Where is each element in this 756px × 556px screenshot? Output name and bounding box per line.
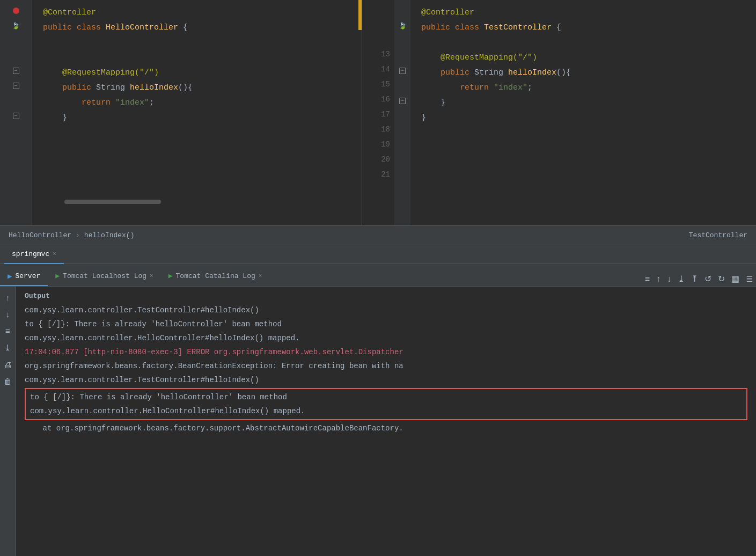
tab-springmvc[interactable]: springmvc ×: [4, 245, 64, 264]
left-code-block: @Controller public class HelloController…: [39, 3, 362, 143]
log-line-footer: at org.springframework.beans.factory.sup…: [16, 421, 756, 435]
right-code-block: @Controller public class TestController …: [410, 0, 756, 225]
left-code: @Controller public class HelloController…: [32, 0, 362, 225]
breadcrumb-left-class: HelloController: [9, 231, 71, 239]
r-code-line: public String helloIndex(){: [417, 65, 756, 81]
toolbar-lines-btn[interactable]: ≣: [743, 272, 756, 286]
tab-tomcat-localhost[interactable]: ▶ Tomcat Localhost Log ×: [48, 267, 160, 286]
gutter-row-3: [0, 33, 32, 48]
editor-area: 🍃 − − − @Controller public class HelloCo…: [0, 0, 756, 225]
log-line-4: 17:04:06.877 [http-nio-8080-exec-3] ERRO…: [16, 345, 756, 359]
sidebar-menu-btn[interactable]: ≡: [3, 324, 12, 338]
toolbar-scroll-up-btn[interactable]: ⤒: [688, 272, 701, 286]
tab-tomcat-catalina-label: Tomcat Catalina Log: [176, 272, 255, 280]
r-code-line: }: [417, 96, 756, 111]
log-highlight-box: to { [/]}: There is already 'helloContro…: [25, 388, 747, 420]
fold-icon-2[interactable]: −: [13, 83, 19, 89]
editor-pane-right: 🍃 − − @Controller public class TestContr…: [394, 0, 756, 225]
gutter-row-2: 🍃: [0, 18, 32, 33]
log-line-5: org.springframework.beans.factory.BeanCr…: [16, 359, 756, 373]
sidebar-download-btn[interactable]: ⤓: [2, 341, 13, 355]
fold-icon-3[interactable]: −: [13, 113, 19, 119]
gutter-row-8: −: [0, 108, 32, 123]
log-line-6: com.ysy.learn.controller.TestController#…: [16, 373, 756, 387]
code-line: public String helloIndex(){: [39, 81, 362, 96]
run-toolbar: springmvc ×: [0, 245, 756, 264]
tomcat-catalina-icon: ▶: [168, 272, 173, 280]
code-line: public class HelloController {: [39, 20, 362, 35]
fold-icon-r1[interactable]: −: [399, 68, 406, 74]
tab-tomcat-catalina[interactable]: ▶ Tomcat Catalina Log ×: [161, 267, 270, 286]
tab-springmvc-close[interactable]: ×: [53, 251, 56, 257]
gutter-row-5: −: [0, 63, 32, 78]
r-code-line: @Controller: [417, 5, 756, 20]
editor-pane-left: 🍃 − − − @Controller public class HelloCo…: [0, 0, 362, 225]
toolbar-scroll-down-btn[interactable]: ⤓: [674, 272, 688, 286]
breakpoint-dot: [13, 8, 19, 14]
sidebar-print-btn[interactable]: 🖨: [2, 358, 14, 371]
server-icon: ▶: [8, 272, 12, 281]
tab-server[interactable]: ▶ Server: [0, 267, 48, 286]
log-line-1: com.ysy.learn.controller.TestController#…: [16, 303, 756, 317]
right-line-numbers: 13 14 15 16 17 18 19 20 21: [381, 47, 390, 182]
output-content: Output com.ysy.learn.controller.TestCont…: [16, 287, 756, 556]
toolbar-menu-btn[interactable]: ≡: [642, 272, 653, 286]
sidebar-down-btn[interactable]: ↓: [4, 308, 12, 321]
code-line: return "index";: [39, 96, 362, 111]
left-gutter: 🍃 − − −: [0, 0, 32, 225]
sidebar-trash-btn[interactable]: 🗑: [2, 375, 14, 388]
r-code-line: [417, 35, 756, 50]
sidebar-up-btn[interactable]: ↑: [4, 291, 12, 304]
code-line: }: [39, 111, 362, 126]
toolbar-down-btn[interactable]: ↓: [664, 272, 674, 286]
r-code-line: @RequestMapping("/"): [417, 50, 756, 65]
r-code-line: return "index";: [417, 81, 756, 96]
tomcat-localhost-icon: ▶: [55, 272, 60, 280]
fold-icon-r2[interactable]: −: [399, 98, 406, 104]
code-line: [39, 50, 362, 65]
code-line: @Controller: [39, 5, 362, 20]
gutter-r2: 🍃: [394, 18, 410, 33]
server-tabs-bar: ▶ Server ▶ Tomcat Localhost Log × ▶ Tomc…: [0, 264, 756, 287]
output-area: ↑ ↓ ≡ ⤓ 🖨 🗑 Output com.ysy.learn.control…: [0, 287, 756, 556]
r-code-line: }: [417, 111, 756, 126]
r-code-line: [417, 126, 756, 141]
log-line-3: com.ysy.learn.controller.HelloController…: [16, 331, 756, 345]
leaf-icon: 🍃: [12, 22, 20, 30]
output-label: Output: [16, 289, 756, 303]
gutter-r3: [394, 33, 410, 48]
breadcrumb-right-class: TestController: [689, 231, 747, 239]
breadcrumb-sep-1: ›: [76, 231, 80, 239]
code-line: @RequestMapping("/"): [39, 65, 362, 81]
gutter-row-6: −: [0, 78, 32, 93]
right-gutter: 🍃 − −: [394, 0, 410, 225]
diff-gutter: [358, 0, 362, 225]
fold-icon[interactable]: −: [13, 68, 19, 74]
gutter-row-7: [0, 93, 32, 108]
horizontal-scrollbar[interactable]: [64, 200, 161, 204]
r-code-line: public class TestController {: [417, 20, 756, 35]
toolbar-grid-btn[interactable]: ▦: [728, 272, 743, 286]
gutter-r5: −: [394, 63, 410, 78]
log-line-2: to { [/]}: There is already 'helloContro…: [16, 317, 756, 331]
tab-tomcat-localhost-label: Tomcat Localhost Log: [63, 272, 146, 280]
toolbar-forward-btn[interactable]: ↻: [715, 272, 728, 286]
tab-tomcat-catalina-close[interactable]: ×: [259, 273, 262, 279]
right-code: @Controller public class TestController …: [417, 3, 756, 143]
code-line: [39, 126, 362, 141]
leaf-icon-right: 🍃: [399, 22, 407, 30]
gutter-r4: [394, 48, 410, 63]
tab-tomcat-localhost-close[interactable]: ×: [150, 273, 153, 279]
gutter-r6: [394, 78, 410, 93]
log-highlight-line-1: to { [/]}: There is already 'helloContro…: [26, 390, 746, 404]
gutter-row-1: [0, 3, 32, 18]
breadcrumb-bar: HelloController › helloIndex() TestContr…: [0, 225, 756, 245]
gutter-r7: −: [394, 93, 410, 108]
tab-server-label: Server: [15, 272, 40, 280]
pane-divider: 13 14 15 16 17 18 19 20 21: [362, 0, 394, 225]
code-line: [39, 35, 362, 50]
gutter-r8: [394, 108, 410, 123]
gutter-row-4: [0, 48, 32, 63]
toolbar-refresh-btn[interactable]: ↺: [701, 272, 715, 286]
toolbar-up-btn[interactable]: ↑: [653, 272, 664, 286]
